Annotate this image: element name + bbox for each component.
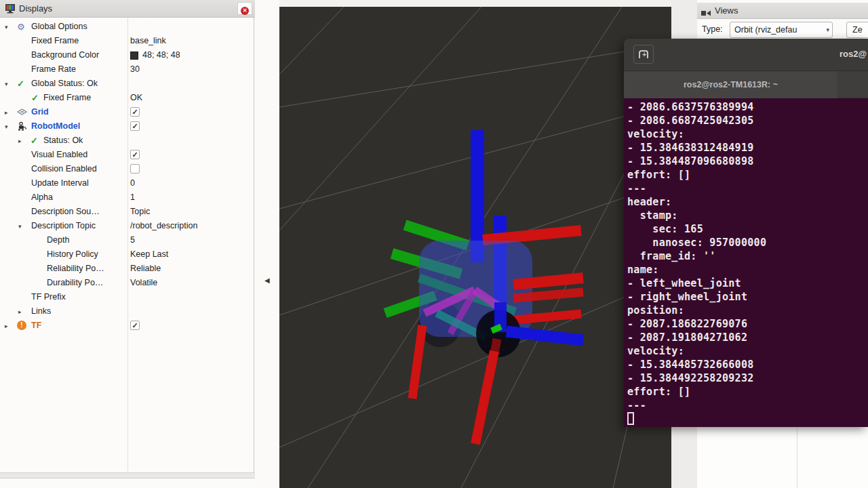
row-value[interactable]: Volatile bbox=[130, 276, 157, 290]
expander-icon[interactable]: ▾ bbox=[5, 77, 8, 92]
type-label: Type: bbox=[702, 24, 723, 34]
row-label: Frame Rate bbox=[31, 62, 76, 77]
robotmodel-checkbox[interactable]: ✓ bbox=[130, 121, 140, 131]
terminal-line: - 2087.186822769076 bbox=[627, 317, 868, 331]
terminal-line: sec: 165 bbox=[627, 222, 868, 236]
tree-row-tf-prefix[interactable]: TF Prefix bbox=[0, 290, 254, 304]
terminal-tab[interactable]: ros2@ros2-TM1613R: ~ bbox=[624, 71, 837, 98]
3d-viewport[interactable] bbox=[279, 7, 671, 488]
expander-icon[interactable]: ▾ bbox=[5, 20, 8, 35]
tree-row-global-options[interactable]: ▾ ⚙ Global Options bbox=[0, 20, 254, 34]
tf-axis-x bbox=[513, 278, 583, 285]
row-value[interactable]: 48; 48; 48 bbox=[142, 48, 180, 62]
terminal-line: - 15.384638312484919 bbox=[627, 141, 868, 155]
tf-checkbox[interactable]: ✓ bbox=[130, 321, 140, 330]
color-swatch[interactable] bbox=[130, 52, 138, 60]
terminal-window-title: ros2@ bbox=[840, 49, 867, 59]
terminal-output[interactable]: - 2086.6637576389994 - 2086.668742504230… bbox=[624, 98, 868, 427]
tree-row-description-source[interactable]: Description Sou… Topic bbox=[0, 205, 254, 219]
tree-row-tf[interactable]: ▸ ! TF ✓ bbox=[0, 319, 254, 333]
expander-icon[interactable]: ▾ bbox=[18, 220, 22, 234]
new-tab-button[interactable]: + bbox=[633, 45, 654, 64]
tree-row-history-policy[interactable]: History Policy Keep Last bbox=[0, 247, 254, 262]
displays-panel: Displays ✕ ▾ ⚙ Global Options Fixed Fram… bbox=[0, 0, 255, 488]
visual-enabled-checkbox[interactable]: ✓ bbox=[130, 150, 140, 159]
terminal-line: --- bbox=[627, 182, 868, 195]
row-label: Collision Enabled bbox=[31, 162, 97, 176]
expander-icon[interactable]: ▸ bbox=[5, 106, 8, 120]
expander-icon[interactable]: ▸ bbox=[18, 134, 22, 148]
row-label: Fixed Frame bbox=[43, 91, 91, 105]
row-label: Depth bbox=[47, 233, 69, 247]
panel-viewport-splitter[interactable]: ◀ bbox=[255, 0, 279, 488]
grid-checkbox[interactable]: ✓ bbox=[130, 107, 140, 117]
tree-row-robotmodel[interactable]: ▾ RobotModel ✓ bbox=[0, 119, 254, 134]
row-value[interactable]: Keep Last bbox=[130, 247, 168, 262]
tree-row-grid[interactable]: ▸ Grid ✓ bbox=[0, 105, 254, 119]
views-type-row: Type: Orbit (rviz_defau ▾ Ze bbox=[697, 19, 868, 39]
terminal-titlebar[interactable]: + ros2@ bbox=[624, 39, 868, 71]
tree-row-depth[interactable]: Depth 5 bbox=[0, 233, 254, 247]
terminal-line: - 2086.6637576389994 bbox=[627, 100, 868, 114]
tf-axis-y bbox=[492, 327, 501, 331]
row-value[interactable]: 1 bbox=[130, 190, 135, 205]
terminal-line: frame_id: '' bbox=[627, 249, 868, 263]
displays-bottom-splitter[interactable] bbox=[0, 472, 255, 479]
terminal-line: - left_wheel_joint bbox=[627, 277, 868, 290]
collapse-arrow-icon[interactable]: ◀ bbox=[264, 277, 270, 284]
expander-icon[interactable]: ▸ bbox=[5, 319, 8, 333]
row-value[interactable]: base_link bbox=[130, 34, 166, 48]
terminal-line: nanosec: 957000000 bbox=[627, 236, 868, 249]
chevron-down-icon: ▾ bbox=[826, 26, 829, 33]
tree-row-background-color[interactable]: Background Color 48; 48; 48 bbox=[0, 48, 254, 62]
row-value[interactable]: /robot_description bbox=[130, 219, 197, 233]
tree-row-global-status[interactable]: ▾ ✓ Global Status: Ok bbox=[0, 77, 254, 91]
row-label: Durability Po… bbox=[47, 276, 103, 290]
terminal-tabbar[interactable]: ros2@ros2-TM1613R: ~ bbox=[624, 71, 868, 98]
displays-panel-header[interactable]: Displays ✕ bbox=[0, 0, 255, 18]
row-label: Description Topic bbox=[31, 219, 96, 233]
tree-row-links[interactable]: ▸ Links bbox=[0, 304, 254, 319]
status-ok-icon: ✓ bbox=[31, 91, 39, 105]
tree-row-visual-enabled[interactable]: Visual Enabled ✓ bbox=[0, 148, 254, 162]
terminal-line: velocity: bbox=[627, 344, 868, 358]
tree-row-status-ok[interactable]: ▸ ✓ Status: Ok bbox=[0, 134, 254, 148]
row-label: History Policy bbox=[47, 247, 98, 262]
row-value[interactable]: 30 bbox=[130, 62, 140, 77]
row-label: Reliability Po… bbox=[47, 262, 104, 276]
row-value[interactable]: Topic bbox=[130, 205, 150, 219]
tree-row-durability-policy[interactable]: Durability Po… Volatile bbox=[0, 276, 254, 290]
tf-axis-x bbox=[412, 325, 422, 399]
views-panel-header[interactable]: Views bbox=[697, 3, 868, 19]
row-label: Update Interval bbox=[31, 176, 89, 190]
displays-close-button[interactable]: ✕ bbox=[237, 2, 252, 15]
tree-row-collision-enabled[interactable]: Collision Enabled bbox=[0, 162, 254, 176]
tree-row-update-interval[interactable]: Update Interval 0 bbox=[0, 176, 254, 190]
row-label: Visual Enabled bbox=[31, 148, 87, 162]
displays-monitor-icon bbox=[5, 3, 16, 16]
terminal-line: stamp: bbox=[627, 209, 868, 222]
tree-row-fixed-frame[interactable]: Fixed Frame base_link bbox=[0, 34, 254, 48]
row-label: RobotModel bbox=[31, 119, 80, 134]
status-ok-icon: ✓ bbox=[31, 134, 38, 148]
expander-icon[interactable]: ▸ bbox=[18, 305, 22, 319]
terminal-line: velocity: bbox=[627, 127, 868, 141]
tf-axis-x bbox=[513, 292, 583, 298]
tree-row-description-topic[interactable]: ▾ Description Topic /robot_description bbox=[0, 219, 254, 233]
row-value[interactable]: 0 bbox=[130, 176, 135, 190]
zero-button[interactable]: Ze bbox=[846, 22, 868, 38]
collision-enabled-checkbox[interactable] bbox=[130, 164, 140, 174]
close-icon: ✕ bbox=[241, 7, 249, 15]
terminal-line: - 2087.191804271062 bbox=[627, 331, 868, 344]
tree-row-fixed-frame-status[interactable]: ✓ Fixed Frame OK bbox=[0, 91, 254, 105]
expander-icon[interactable]: ▾ bbox=[5, 120, 8, 134]
row-value[interactable]: 5 bbox=[130, 233, 135, 247]
tree-row-frame-rate[interactable]: Frame Rate 30 bbox=[0, 62, 254, 77]
row-value[interactable]: Reliable bbox=[130, 262, 161, 276]
tree-row-alpha[interactable]: Alpha 1 bbox=[0, 190, 254, 205]
terminal-line: effort: [] bbox=[627, 168, 868, 182]
view-type-dropdown[interactable]: Orbit (rviz_defau ▾ bbox=[730, 22, 833, 38]
terminal-window[interactable]: + ros2@ ros2@ros2-TM1613R: ~ - 2086.6637… bbox=[624, 39, 868, 427]
view-type-value: Orbit (rviz_defau bbox=[734, 25, 797, 35]
tree-row-reliability-policy[interactable]: Reliability Po… Reliable bbox=[0, 262, 254, 276]
